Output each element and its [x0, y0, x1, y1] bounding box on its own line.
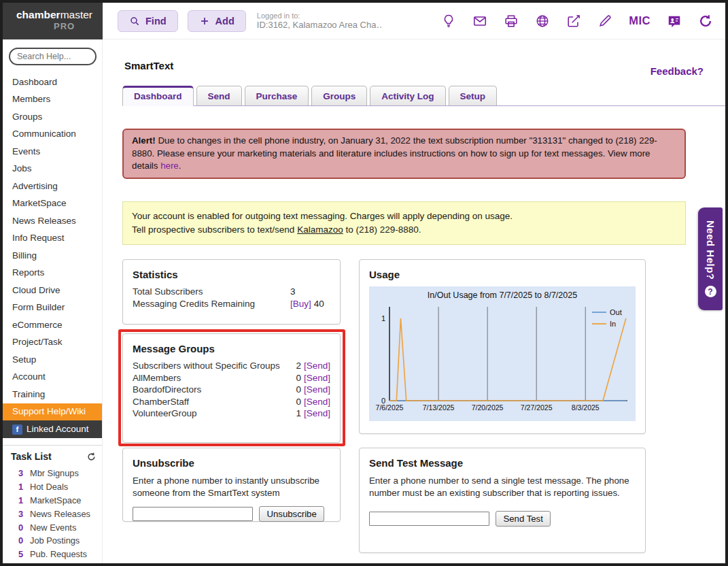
sidebar-nav: Dashboard Members Groups Communication E…	[3, 71, 102, 438]
task-label: Pub. Requests	[30, 549, 87, 559]
send-test-button[interactable]: Send Test	[496, 511, 550, 527]
sidebar-item-events[interactable]: Events	[3, 143, 102, 161]
send-test-phone-input[interactable]	[369, 512, 489, 526]
send-link[interactable]: [Send]	[304, 397, 330, 407]
tab-groups[interactable]: Groups	[311, 86, 367, 105]
need-help-tab[interactable]: Need Help? ?	[698, 207, 723, 310]
task-item-news-releases[interactable]: 3News Releases	[11, 507, 97, 520]
task-refresh-icon[interactable]	[86, 452, 97, 462]
lightbulb-icon[interactable]	[441, 14, 456, 29]
sidebar-item-marketspace[interactable]: MarketSpace	[3, 195, 102, 213]
sidebar-item-jobs[interactable]: Jobs	[3, 161, 102, 178]
tab-purchase[interactable]: Purchase	[245, 86, 309, 105]
statistics-card: Statistics Total Subscribers 3 Messaging…	[122, 259, 341, 324]
logo-pro-label: PRO	[54, 21, 103, 31]
message-group-row: AllMembers 0[Send]	[133, 373, 330, 383]
buy-credits-link[interactable]: [Buy]	[290, 299, 311, 309]
mail-icon[interactable]	[472, 14, 487, 29]
plus-icon	[199, 16, 210, 27]
group-label: ChamberStaff	[133, 397, 189, 407]
message-group-row: VolunteerGroup 1[Send]	[133, 408, 330, 418]
svg-text:8/3/2025: 8/3/2025	[572, 403, 600, 412]
need-help-label: Need Help?	[705, 220, 716, 280]
send-test-title: Send Test Message	[369, 457, 636, 469]
notice-line2-suffix: to (218) 229-8880.	[343, 224, 421, 235]
send-link[interactable]: [Send]	[304, 384, 330, 395]
kalamazoo-link[interactable]: Kalamazoo	[297, 224, 343, 235]
task-item-reminders[interactable]: 7Reminders	[11, 561, 97, 563]
globe-icon[interactable]	[535, 14, 550, 29]
statistics-title: Statistics	[133, 269, 330, 280]
tab-activity-log[interactable]: Activity Log	[370, 86, 445, 105]
printer-icon[interactable]	[504, 14, 519, 29]
sidebar-item-support-help-wiki[interactable]: Support Help/Wiki	[3, 403, 102, 421]
sidebar-item-communication[interactable]: Communication	[3, 126, 102, 144]
stat-total-subscribers: Total Subscribers 3	[133, 286, 330, 297]
logo-text: master	[60, 9, 92, 20]
send-test-card: Send Test Message Enter a phone number t…	[359, 448, 646, 553]
tab-send[interactable]: Send	[196, 86, 242, 105]
task-count: 3	[11, 468, 23, 478]
mic-label[interactable]: MIC	[629, 14, 651, 27]
task-item-mbr-signups[interactable]: 3Mbr Signups	[11, 467, 97, 480]
sidebar-item-dashboard[interactable]: Dashboard	[3, 73, 102, 91]
tab-setup[interactable]: Setup	[449, 86, 498, 105]
notice-line2: Tell prospective subscribers to text/sen…	[132, 223, 676, 237]
sidebar-item-project-task[interactable]: Project/Task	[3, 334, 102, 352]
send-link[interactable]: [Send]	[304, 373, 330, 383]
refresh-icon[interactable]	[698, 14, 713, 29]
send-link[interactable]: [Send]	[304, 361, 330, 371]
task-item-marketspace[interactable]: 1MarketSpace	[11, 494, 97, 507]
sidebar-item-reports[interactable]: Reports	[3, 265, 102, 282]
group-count: 0	[294, 373, 301, 383]
find-button[interactable]: Find	[118, 10, 178, 32]
task-item-new-events[interactable]: 0New Events	[11, 520, 97, 534]
chat-icon[interactable]	[667, 14, 682, 29]
pencil-icon[interactable]	[597, 14, 612, 29]
task-count: 0	[11, 535, 23, 546]
feedback-link[interactable]: Feedback?	[651, 65, 704, 77]
task-count: 7	[11, 563, 23, 563]
task-item-hot-deals[interactable]: 1Hot Deals	[11, 480, 97, 494]
group-count: 0	[294, 384, 301, 395]
svg-text:7/13/2025: 7/13/2025	[423, 403, 455, 412]
message-group-row: Subscribers without Specific Groups 2[Se…	[133, 361, 330, 371]
add-button[interactable]: Add	[188, 10, 246, 32]
sidebar-item-advertising[interactable]: Advertising	[3, 178, 102, 195]
sidebar-item-groups[interactable]: Groups	[3, 108, 102, 126]
sidebar-item-cloud-drive[interactable]: Cloud Drive	[3, 282, 102, 299]
sidebar-item-members[interactable]: Members	[3, 91, 102, 109]
sidebar-item-training[interactable]: Training	[3, 386, 102, 403]
task-item-job-postings[interactable]: 0Job Postings	[11, 534, 97, 548]
send-link[interactable]: [Send]	[304, 408, 330, 418]
unsubscribe-button[interactable]: Unsubscribe	[259, 506, 324, 522]
sidebar-item-account[interactable]: Account	[3, 369, 102, 386]
logged-in-info: Logged in to: ID:3162, Kalamazoo Area Ch…	[257, 12, 383, 30]
task-count: 3	[11, 509, 23, 519]
usage-title: Usage	[369, 269, 636, 280]
stat-value: 40	[314, 299, 324, 309]
sidebar-item-setup[interactable]: Setup	[3, 351, 102, 369]
stat-label: Total Subscribers	[133, 286, 290, 297]
message-group-row: ChamberStaff 0[Send]	[133, 397, 330, 407]
app-window: chambermaster PRO Find Add Logged in to:…	[0, 0, 728, 566]
tab-dashboard[interactable]: Dashboard	[122, 86, 194, 106]
sidebar-item-ecommerce[interactable]: eCommerce	[3, 316, 102, 334]
sidebar-item-news-releases[interactable]: News Releases	[3, 212, 102, 230]
alert-here-link[interactable]: here	[160, 161, 179, 171]
group-label: VolunteerGroup	[133, 408, 197, 418]
sidebar-item-billing[interactable]: Billing	[3, 247, 102, 265]
notice-line1: Your account is enabled for outgoing tex…	[132, 210, 676, 223]
sidebar-item-linked-account[interactable]: f Linked Account	[3, 420, 102, 438]
search-help-input[interactable]	[9, 48, 97, 65]
alert-text-end: .	[179, 161, 181, 171]
sidebar-item-info-request[interactable]: Info Request	[3, 230, 102, 248]
unsubscribe-phone-input[interactable]	[133, 507, 253, 521]
account-notice: Your account is enabled for outgoing tex…	[122, 201, 686, 245]
task-item-pub-requests[interactable]: 5Pub. Requests	[11, 548, 97, 561]
sidebar-item-form-builder[interactable]: Form Builder	[3, 299, 102, 317]
edit-icon[interactable]	[566, 14, 581, 29]
task-label: MarketSpace	[30, 495, 81, 505]
alert-text: Due to changes in the cell phone industr…	[132, 135, 657, 171]
group-label: AllMembers	[133, 373, 181, 383]
